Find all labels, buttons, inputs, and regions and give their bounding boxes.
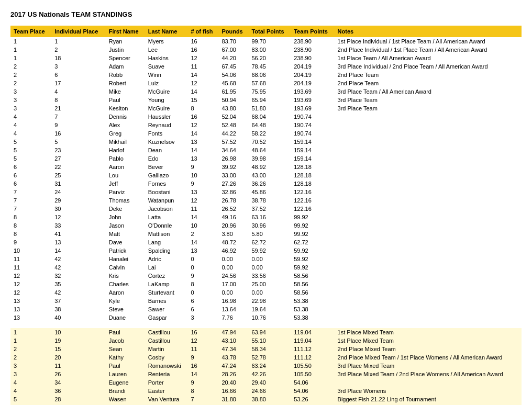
table-cell: 13 [10, 305, 51, 313]
table-cell: 26.78 [218, 196, 248, 205]
table-cell: 3rd Place Mixed Team / 2nd Place Womens … [335, 370, 522, 378]
table-cell: Thomas [106, 196, 145, 205]
table-cell: 105.50 [291, 370, 334, 378]
table-cell: 2 [10, 71, 51, 79]
table-cell: 16 [187, 37, 218, 46]
table-cell: 26.98 [218, 154, 248, 163]
table-row: 1338SteveSawer613.6419.6453.38 [10, 305, 522, 313]
table-cell: 119.04 [291, 328, 334, 336]
table-cell: Spalding [145, 246, 188, 255]
table-cell: 38.80 [248, 395, 291, 403]
table-cell: 5 [10, 395, 51, 403]
table-cell: 159.14 [291, 154, 334, 163]
table-cell: 62.72 [248, 238, 291, 246]
table-cell: 119.04 [291, 336, 334, 345]
table-cell: LaKamp [145, 280, 188, 288]
table-cell: Duane [106, 313, 145, 322]
table-header-row: Team Place Individual Place First Name L… [10, 26, 522, 37]
table-cell: 111.12 [291, 345, 334, 353]
table-cell: Lauren [106, 370, 145, 378]
table-cell [335, 113, 522, 121]
table-cell: 58.56 [291, 280, 334, 288]
table-cell: 54.06 [291, 387, 334, 395]
table-cell: 0 [187, 288, 218, 297]
table-cell: 190.74 [291, 121, 334, 129]
table-cell: 58.34 [248, 345, 291, 353]
table-cell: 105.50 [291, 362, 334, 370]
table-cell: 45.68 [218, 79, 248, 87]
col-last-name: Last Name [145, 26, 188, 37]
table-cell: 14 [187, 213, 218, 221]
table-cell: 21 [51, 104, 106, 113]
table-cell: 70.52 [248, 138, 291, 146]
table-cell: 0.00 [218, 288, 248, 297]
table-cell: 238.90 [291, 46, 334, 54]
table-cell: 43.10 [218, 336, 248, 345]
table-row-highlight: 528WasenVan Ventura731.8038.8053.26Bigge… [10, 395, 522, 403]
table-cell: 3rd Place Womens [335, 387, 522, 395]
table-cell: 22.98 [248, 297, 291, 305]
table-cell: Renteria [145, 370, 188, 378]
table-cell: Matt [106, 230, 145, 238]
table-cell: 63.16 [248, 213, 291, 221]
table-cell: 7.76 [218, 313, 248, 322]
table-cell: 122.16 [291, 196, 334, 205]
table-cell: 16.66 [218, 387, 248, 395]
table-cell: 26 [51, 370, 106, 378]
table-cell: 48.64 [248, 146, 291, 154]
table-cell: 238.90 [291, 54, 334, 62]
table-cell: 1st Place Individual / 1st Place Team / … [335, 37, 522, 46]
table-row: 1337KyleBarnes616.9822.9853.38 [10, 297, 522, 305]
table-cell: 59.92 [291, 255, 334, 263]
table-cell: Wasen [106, 395, 145, 403]
table-cell: 1st Place Team / All American Award [335, 54, 522, 62]
table-cell: 26.52 [218, 205, 248, 213]
table-cell [335, 255, 522, 263]
table-row: 631JeffFornes927.2636.26128.18 [10, 179, 522, 188]
table-cell: Kris [106, 272, 145, 280]
table-cell: 193.69 [291, 104, 334, 113]
table-cell: 5 [10, 138, 51, 146]
table-cell: Kathy [106, 353, 145, 362]
table-cell: Lee [145, 46, 188, 54]
table-cell: 20.96 [218, 221, 248, 230]
table-row: 1014PatrickSpalding1346.9259.9259.92 [10, 246, 522, 255]
table-cell: 204.19 [291, 79, 334, 87]
table-cell: 68.06 [248, 71, 291, 79]
table-cell: 16 [187, 362, 218, 370]
table-cell: 0.00 [218, 263, 248, 272]
table-cell: Harlof [106, 146, 145, 154]
table-cell: 4 [10, 387, 51, 395]
table-cell: Fornes [145, 179, 188, 188]
table-cell: 24.66 [248, 387, 291, 395]
table-cell: 53.38 [291, 297, 334, 305]
table-cell: 3 [10, 370, 51, 378]
table-cell: 2nd Place Team [335, 71, 522, 79]
table-cell: 1 [51, 37, 106, 46]
table-cell: Cortez [145, 272, 188, 280]
table-cell: 83.70 [218, 37, 248, 46]
table-cell: 6 [187, 297, 218, 305]
table-cell: 0 [187, 255, 218, 263]
table-cell: 2nd Place Team [335, 79, 522, 87]
table-cell: 17 [51, 79, 106, 87]
table-cell [335, 305, 522, 313]
table-cell: Easter [145, 387, 188, 395]
table-cell: 18 [51, 54, 106, 62]
col-first-name: First Name [106, 26, 145, 37]
table-cell: 9 [187, 272, 218, 280]
table-cell: 99.92 [291, 221, 334, 230]
table-cell: Aaron [106, 288, 145, 297]
table-cell: 0 [187, 263, 218, 272]
table-cell: Haskins [145, 54, 188, 62]
table-cell: Spencer [106, 54, 145, 62]
table-cell: 8 [10, 230, 51, 238]
table-cell: 48.92 [248, 163, 291, 171]
table-cell: 75.95 [248, 87, 291, 96]
table-cell: 33 [51, 221, 106, 230]
table-cell: Castillou [145, 328, 188, 336]
table-cell: 13 [51, 238, 106, 246]
table-cell: 47.94 [218, 328, 248, 336]
table-cell: 190.74 [291, 129, 334, 138]
table-cell: 56.20 [248, 54, 291, 62]
